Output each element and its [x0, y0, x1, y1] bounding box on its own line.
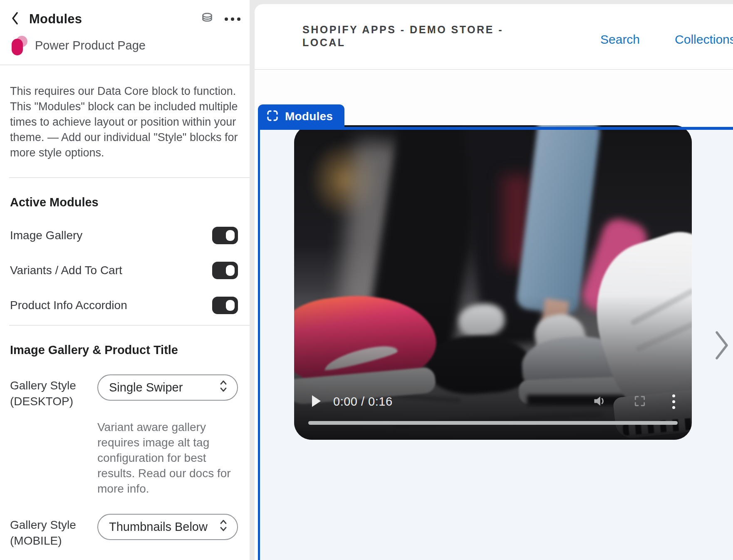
storefront-header: SHOPIFY APPS - DEMO STORE - LOCAL Search… [255, 4, 733, 70]
product-video-player: 0:00 / 0:16 [294, 125, 692, 440]
volume-icon [592, 394, 607, 409]
poster-shape [339, 140, 401, 310]
setting-label: Product Info Accordion [10, 299, 127, 312]
back-chevron-icon [10, 11, 21, 27]
divider [9, 325, 250, 326]
storefront-page-body: Modules [255, 71, 733, 560]
setting-label: Image Gallery [10, 229, 82, 242]
toggle-knob [226, 265, 235, 276]
sidebar-header: Modules [0, 0, 250, 27]
field-help-text: Variant aware gallery requires image alt… [97, 419, 238, 496]
poster-shape [309, 140, 380, 219]
settings-sidebar: Modules [0, 0, 250, 560]
block-description: This requires our Data Core block to fun… [10, 84, 240, 161]
store-title[interactable]: SHOPIFY APPS - DEMO STORE - LOCAL [302, 23, 529, 49]
select-value: Single Swiper [109, 381, 183, 394]
play-button[interactable] [311, 394, 322, 409]
dot-icon [225, 17, 228, 21]
spacer [0, 314, 250, 325]
fullscreen-button[interactable] [633, 394, 646, 409]
selection-brackets-icon [266, 109, 279, 124]
divider [9, 177, 250, 178]
toggle-product-info-accordion[interactable] [212, 297, 238, 314]
selected-block-label: Modules [285, 110, 333, 123]
nav-link-collections[interactable]: Collections [675, 32, 733, 47]
toggle-image-gallery[interactable] [212, 227, 238, 244]
select-value: Thumbnails Below [109, 520, 208, 534]
video-progress-bar[interactable] [308, 421, 678, 425]
select-chevrons-icon [219, 379, 228, 396]
setting-row-product-info-accordion: Product Info Accordion [10, 297, 238, 314]
volume-button[interactable] [592, 394, 607, 409]
toggle-knob [226, 230, 235, 241]
back-button[interactable] [10, 11, 21, 27]
section-heading-gallery: Image Gallery & Product Title [10, 343, 240, 357]
fullscreen-icon [633, 394, 646, 409]
field-label: Gallery Style (MOBILE) [10, 514, 97, 549]
section-heading-active-modules: Active Modules [10, 196, 240, 209]
poster-shape [515, 125, 601, 315]
toggle-knob [226, 300, 235, 311]
theme-preview-pane: SHOPIFY APPS - DEMO STORE - LOCAL Search… [250, 0, 733, 560]
play-icon [311, 394, 322, 409]
selected-modules-block[interactable]: 0:00 / 0:16 [258, 127, 733, 560]
selected-block-badge: Modules [258, 104, 344, 129]
storefront-frame: SHOPIFY APPS - DEMO STORE - LOCAL Search… [255, 4, 733, 560]
app-name: Power Product Page [35, 39, 146, 52]
video-more-button[interactable] [672, 394, 675, 409]
dot-icon [231, 17, 234, 21]
store-nav: Search Collections [600, 32, 733, 47]
video-controls-shade [294, 295, 692, 440]
video-time: 0:00 / 0:16 [333, 395, 393, 409]
field-label: Gallery Style (DESKTOP) [10, 374, 97, 409]
gallery-next-button[interactable] [710, 329, 733, 362]
app-logo-icon [11, 35, 27, 55]
sidebar-header-actions [201, 12, 240, 25]
dot-icon [237, 17, 240, 21]
theme-editor: Modules [0, 0, 733, 560]
app-logo-pill [12, 39, 23, 55]
field-row-gallery-style-desktop: Gallery Style (DESKTOP) Single Swiper [10, 374, 238, 409]
setting-label: Variants / Add To Cart [10, 264, 122, 277]
more-options-button[interactable] [225, 17, 240, 21]
dot-icon [672, 394, 675, 397]
video-controls-bar: 0:00 / 0:16 [294, 390, 692, 413]
toggle-variants-add-to-cart[interactable] [212, 262, 238, 279]
select-chevrons-icon [219, 519, 228, 535]
setting-row-image-gallery: Image Gallery [10, 227, 238, 244]
gallery-style-mobile-select[interactable]: Thumbnails Below [97, 514, 238, 540]
nav-link-search[interactable]: Search [600, 32, 640, 47]
video-controls-right [592, 394, 675, 409]
dot-icon [672, 406, 675, 409]
setting-row-variants-add-to-cart: Variants / Add To Cart [10, 262, 238, 279]
divider [0, 64, 250, 65]
panel-title: Modules [29, 12, 82, 27]
database-icon [201, 12, 214, 25]
poster-shape [502, 175, 531, 267]
app-identity-row: Power Product Page [0, 27, 250, 64]
chevron-right-icon [714, 330, 730, 362]
field-row-gallery-style-mobile: Gallery Style (MOBILE) Thumbnails Below [10, 514, 238, 549]
dot-icon [672, 400, 675, 403]
gallery-style-desktop-select[interactable]: Single Swiper [97, 374, 238, 401]
data-core-button[interactable] [201, 12, 214, 25]
